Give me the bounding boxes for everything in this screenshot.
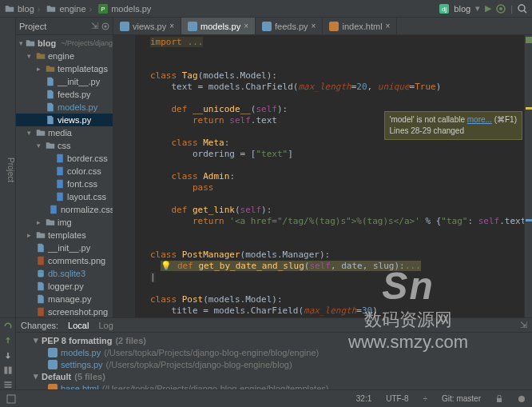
close-icon[interactable]: ×	[244, 22, 248, 30]
folder-icon	[36, 128, 46, 138]
python-file-icon	[262, 22, 272, 31]
tree-file[interactable]: db.sqlite3	[16, 267, 113, 280]
lock-icon[interactable]	[495, 395, 503, 403]
svg-rect-19	[4, 384, 11, 385]
search-icon[interactable]	[518, 4, 527, 14]
close-icon[interactable]: ×	[169, 22, 174, 30]
tree-folder[interactable]: ▸templatetags	[16, 62, 113, 75]
project-header: Project ⇲	[16, 18, 113, 35]
changes-tree: ▾PEP 8 formatting (2 files) models.py (/…	[16, 333, 532, 389]
minimize-icon[interactable]: ⇲	[520, 320, 527, 330]
breadcrumb-item[interactable]: engine ›	[46, 4, 92, 14]
encoding-label[interactable]: UTF-8	[386, 394, 408, 403]
tab-models[interactable]: models.py×	[181, 18, 256, 34]
run-button[interactable]: ▶	[485, 3, 491, 14]
tree-label: color.css	[67, 166, 101, 176]
tree-label: models.py	[58, 102, 97, 112]
caret-position[interactable]: 32:1	[356, 394, 371, 403]
image-file-icon	[36, 307, 46, 317]
tree-file[interactable]: __init__.py	[16, 75, 113, 88]
svg-rect-23	[48, 384, 58, 390]
hector-icon[interactable]	[518, 395, 526, 403]
git-branch[interactable]: Git: master	[442, 394, 481, 403]
refresh-icon[interactable]	[2, 321, 14, 331]
tree-file[interactable]: comments.png	[16, 254, 113, 267]
tree-label: __init__.py	[48, 243, 90, 253]
python-file-icon	[36, 243, 46, 253]
changelist-count: (5 files)	[74, 372, 105, 381]
tree-label: manage.py	[48, 294, 91, 304]
changelist-label: PEP 8 formatting	[42, 336, 112, 345]
tree-root[interactable]: ▾blog~/Projects/django-blog	[16, 37, 113, 50]
tree-file[interactable]: screenshot.png	[16, 305, 113, 317]
line-gutter[interactable]	[113, 35, 136, 317]
tab-index[interactable]: index.html×	[323, 18, 397, 34]
changelist-icon[interactable]	[2, 380, 14, 389]
changes-header-label: Changes:	[21, 321, 58, 330]
changelist-node[interactable]: ▾Default (5 files)	[19, 370, 529, 382]
breadcrumb-item[interactable]: P models.py	[98, 4, 151, 14]
changes-toolbar	[0, 318, 16, 389]
diff-icon[interactable]	[2, 365, 14, 375]
django-icon: dj	[439, 4, 449, 14]
tab-views[interactable]: views.py×	[113, 18, 181, 34]
tree-folder[interactable]: ▸img	[16, 216, 113, 229]
tree-folder[interactable]: ▸templates	[16, 229, 113, 241]
python-file-icon	[188, 22, 197, 31]
tree-file[interactable]: normalize.css	[16, 203, 113, 216]
changes-tab-log[interactable]: Log	[98, 321, 113, 330]
collapse-icon[interactable]: ⇲	[91, 21, 98, 31]
tree-file[interactable]: border.css	[16, 152, 113, 165]
svg-text:P: P	[101, 6, 105, 13]
tree-folder[interactable]: ▾media	[16, 126, 113, 139]
editor-tabs: views.py× models.py× feeds.py× index.htm…	[113, 18, 532, 35]
tree-label: screenshot.png	[48, 307, 108, 317]
tree-label: db.sqlite3	[48, 269, 85, 278]
close-icon[interactable]: ×	[386, 22, 391, 30]
tree-file[interactable]: feeds.py	[16, 88, 113, 101]
tree-label: css	[58, 141, 71, 150]
tree-file[interactable]: layout.css	[16, 190, 113, 203]
project-tool-stripe[interactable]: Project	[0, 18, 16, 317]
html-file-icon	[48, 384, 58, 390]
changelist-label: Default	[42, 372, 71, 381]
tree-label: templatetags	[58, 64, 108, 74]
close-icon[interactable]: ×	[312, 22, 316, 30]
error-stripe[interactable]	[524, 35, 532, 317]
tree-file[interactable]: logger.py	[16, 280, 113, 293]
changed-file[interactable]: settings.py (/Users/topka/Projects/djang…	[19, 358, 529, 370]
changelist-node[interactable]: ▾PEP 8 formatting (2 files)	[19, 334, 529, 346]
svg-rect-13	[188, 22, 197, 31]
file-label: models.py	[61, 348, 101, 357]
tree-folder[interactable]: ▾engine	[16, 50, 113, 62]
run-config-label[interactable]: blog	[454, 4, 470, 14]
breadcrumb-item[interactable]: blog ›	[5, 4, 40, 14]
changed-file[interactable]: base.html (/Users/topka/Projects/django-…	[19, 382, 529, 389]
tree-file[interactable]: manage.py	[16, 293, 113, 305]
folder-icon	[46, 217, 55, 227]
fold-gutter[interactable]	[136, 35, 145, 317]
tool-window-icon[interactable]	[6, 394, 16, 404]
changes-tab-local[interactable]: Local	[68, 321, 89, 330]
file-label: base.html	[61, 384, 99, 390]
tree-label: normalize.css	[61, 205, 113, 214]
tree-file[interactable]: __init__.py	[16, 241, 113, 254]
code-editor[interactable]: import ... class Tag(models.Model): text…	[145, 35, 524, 317]
gear-icon[interactable]	[101, 22, 109, 30]
python-file-icon	[48, 360, 58, 369]
svg-rect-14	[262, 22, 272, 31]
tree-file[interactable]: models.py	[16, 101, 113, 114]
tree-file[interactable]: font.css	[16, 178, 113, 190]
python-file-icon	[120, 22, 129, 31]
commit-icon[interactable]	[2, 336, 14, 345]
tooltip-more-link[interactable]: more...	[467, 115, 492, 124]
tree-folder[interactable]: ▾css	[16, 139, 113, 152]
debug-button[interactable]	[496, 4, 506, 14]
tab-feeds[interactable]: feeds.py×	[256, 18, 323, 34]
revert-icon[interactable]	[2, 350, 14, 360]
chevron-down-icon[interactable]: ▾	[475, 3, 480, 14]
tree-file-selected[interactable]: views.py	[16, 114, 113, 126]
changed-file[interactable]: models.py (/Users/topka/Projects/django-…	[19, 346, 529, 358]
tree-label: feeds.py	[58, 90, 91, 99]
tree-file[interactable]: color.css	[16, 165, 113, 178]
